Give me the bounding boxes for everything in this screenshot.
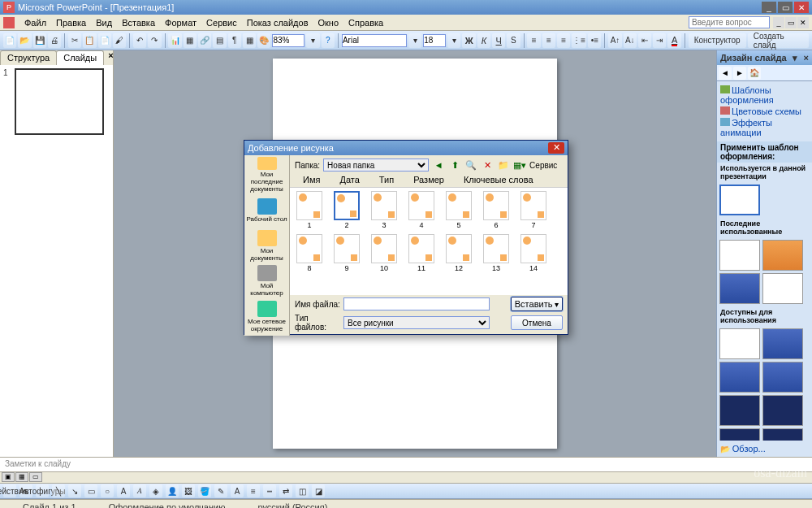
place-recent[interactable]: Мои последние документы <box>246 157 288 193</box>
size-dropdown[interactable]: ▾ <box>447 33 460 48</box>
copy-button[interactable]: 📋 <box>83 33 96 48</box>
file-item[interactable]: 6 <box>480 191 512 229</box>
show-format-button[interactable]: ¶ <box>228 33 241 48</box>
file-item[interactable]: 9 <box>330 234 363 272</box>
wordart-icon[interactable]: 𝐴 <box>133 484 146 497</box>
template-thumb[interactable] <box>719 240 760 271</box>
grid-button[interactable]: ▦ <box>243 33 256 48</box>
template-thumb[interactable] <box>719 273 760 304</box>
help-icon[interactable]: ? <box>322 33 335 48</box>
dash-style-icon[interactable]: ┅ <box>263 484 276 497</box>
template-thumb[interactable] <box>719 428 760 441</box>
save-button[interactable]: 💾 <box>33 33 46 48</box>
autoshapes-menu[interactable]: Автофигуры <box>36 484 49 497</box>
actions-menu[interactable]: Действия <box>3 484 16 497</box>
template-thumb[interactable] <box>762 428 803 441</box>
paste-button[interactable]: 📄 <box>98 33 111 48</box>
template-thumb[interactable] <box>762 273 803 304</box>
font-size-input[interactable] <box>423 34 446 47</box>
place-network[interactable]: Мое сетевое окружение <box>246 299 288 335</box>
back-icon[interactable]: ◄ <box>432 158 445 172</box>
align-center-button[interactable]: ≡ <box>542 33 555 48</box>
template-thumb[interactable] <box>762 362 803 393</box>
file-item[interactable]: 10 <box>368 234 400 272</box>
cancel-button[interactable]: Отмена <box>511 315 563 330</box>
tab-slides[interactable]: Слайды <box>56 50 104 65</box>
delete-icon[interactable]: ✕ <box>481 158 494 172</box>
font-color-icon[interactable]: A <box>231 484 244 497</box>
line-color-icon[interactable]: ✎ <box>214 484 227 497</box>
print-button[interactable]: 🖨 <box>48 33 61 48</box>
menu-help[interactable]: Справка <box>343 16 388 29</box>
3d-style-icon[interactable]: ◪ <box>312 484 325 497</box>
diagram-icon[interactable]: ◈ <box>149 484 162 497</box>
maximize-button[interactable]: ▭ <box>778 2 793 13</box>
new-slide-button[interactable]: Создать слайд <box>748 33 809 48</box>
shadow-style-icon[interactable]: ◫ <box>296 484 309 497</box>
underline-button[interactable]: Ч <box>492 33 505 48</box>
link-templates[interactable]: Шаблоны оформления <box>720 85 809 106</box>
link-anim[interactable]: Эффекты анимации <box>720 117 809 138</box>
cut-button[interactable]: ✂ <box>68 33 81 48</box>
zoom-dropdown[interactable]: ▾ <box>306 33 319 48</box>
nav-home-icon[interactable]: 🏠 <box>748 67 761 80</box>
normal-view-button[interactable]: ▣ <box>2 472 15 482</box>
nav-forward-icon[interactable]: ► <box>733 67 746 80</box>
menu-file[interactable]: Файл <box>19 16 51 29</box>
picture-icon[interactable]: 🖼 <box>182 484 195 497</box>
color-button[interactable]: 🎨 <box>257 33 270 48</box>
tab-outline[interactable]: Структура <box>0 50 57 65</box>
numbering-button[interactable]: ⋮≡ <box>572 33 586 48</box>
close-button[interactable]: ✕ <box>794 2 809 13</box>
browse-link[interactable]: 📂 Обзор... <box>717 441 812 457</box>
place-desktop[interactable]: Рабочий стол <box>246 193 288 228</box>
file-item[interactable]: 13 <box>480 234 512 272</box>
font-color-button[interactable]: A <box>667 33 680 48</box>
design-button[interactable]: Конструктор <box>689 33 746 48</box>
search-icon[interactable]: 🔍 <box>464 158 477 172</box>
menu-format[interactable]: Формат <box>160 16 201 29</box>
template-thumb[interactable] <box>719 362 760 393</box>
place-mydocs[interactable]: Мои документы <box>246 228 288 264</box>
chart-button[interactable]: 📊 <box>168 33 181 48</box>
template-thumb[interactable] <box>719 395 760 426</box>
decrease-font-button[interactable]: A↓ <box>624 33 637 48</box>
align-left-button[interactable]: ≡ <box>527 33 540 48</box>
font-input[interactable] <box>342 34 407 47</box>
decrease-indent-button[interactable]: ⇤ <box>638 33 651 48</box>
open-button[interactable]: 📂 <box>18 33 31 48</box>
table-button[interactable]: ▦ <box>184 33 197 48</box>
col-keywords[interactable]: Ключевые слова <box>454 175 543 187</box>
folder-select[interactable]: Новая папка <box>323 158 429 172</box>
hyperlink-button[interactable]: 🔗 <box>198 33 211 48</box>
template-thumb[interactable] <box>719 328 760 359</box>
arrow-style-icon[interactable]: ⇄ <box>279 484 292 497</box>
file-item[interactable]: 5 <box>443 191 475 229</box>
col-name[interactable]: Имя <box>293 175 330 187</box>
insert-button[interactable]: Вставить ▾ <box>511 297 563 311</box>
col-size[interactable]: Размер <box>404 175 454 187</box>
clipart-icon[interactable]: 👤 <box>166 484 179 497</box>
template-thumb[interactable] <box>762 395 803 426</box>
undo-button[interactable]: ↶ <box>133 33 146 48</box>
help-search-input[interactable] <box>689 16 770 28</box>
template-thumb[interactable] <box>762 240 803 271</box>
link-colors[interactable]: Цветовые схемы <box>720 106 809 117</box>
nav-back-icon[interactable]: ◄ <box>719 67 732 80</box>
file-item[interactable]: 8 <box>293 234 326 272</box>
fill-color-icon[interactable]: 🪣 <box>198 484 211 497</box>
menu-slideshow[interactable]: Показ слайдов <box>242 16 313 29</box>
up-icon[interactable]: ⬆ <box>448 158 461 172</box>
doc-minimize[interactable]: _ <box>773 17 784 28</box>
slide-thumbnail-1[interactable] <box>15 68 104 135</box>
italic-button[interactable]: К <box>477 33 490 48</box>
menu-view[interactable]: Вид <box>91 16 117 29</box>
doc-close[interactable]: ✕ <box>797 17 809 28</box>
file-item[interactable]: 11 <box>405 234 438 272</box>
filename-input[interactable] <box>343 297 490 310</box>
arrow-icon[interactable]: ↘ <box>68 484 81 497</box>
menu-tools[interactable]: Сервис <box>201 16 242 29</box>
file-item[interactable]: 7 <box>517 191 550 229</box>
redo-button[interactable]: ↷ <box>148 33 161 48</box>
slideshow-view-button[interactable]: ▭ <box>29 472 42 482</box>
